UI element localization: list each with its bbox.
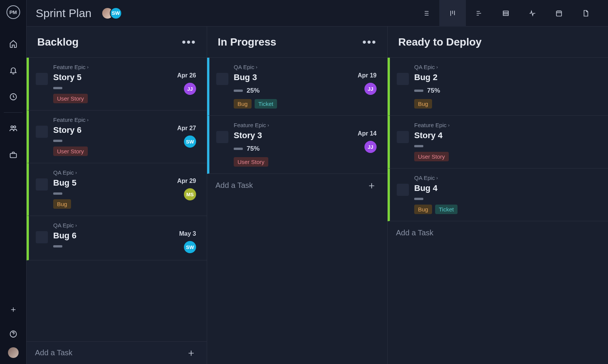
card-epic-link[interactable]: Feature Epic›: [234, 122, 341, 128]
card-title: Bug 2: [414, 72, 562, 82]
chevron-right-icon: ›: [75, 170, 77, 175]
card-checkbox[interactable]: [36, 178, 48, 191]
card-checkbox[interactable]: [36, 231, 48, 243]
card-checkbox[interactable]: [216, 131, 228, 143]
divider: [4, 112, 22, 113]
card-epic-link[interactable]: Feature Epic›: [53, 117, 160, 123]
current-user-avatar[interactable]: [8, 347, 19, 358]
help-icon[interactable]: [0, 321, 27, 347]
svg-rect-5: [503, 11, 508, 16]
assignee-avatar[interactable]: MS: [184, 188, 196, 200]
view-tab-pulse[interactable]: [519, 0, 546, 27]
task-card[interactable]: Feature Epic›Story 375%User StoryApr 14J…: [207, 116, 387, 174]
svg-rect-3: [10, 153, 16, 158]
plus-icon: ＋: [186, 346, 196, 359]
task-card[interactable]: QA Epic›Bug 6May 3SW: [27, 216, 207, 260]
card-checkbox[interactable]: [397, 131, 409, 143]
kanban-board: Backlog•••Feature Epic›Story 5User Story…: [27, 27, 608, 364]
task-card[interactable]: QA Epic›Bug 275%Bug: [388, 58, 608, 116]
card-epic-link[interactable]: QA Epic›: [414, 64, 562, 70]
card-title: Bug 6: [53, 231, 160, 241]
briefcase-icon[interactable]: [0, 142, 27, 168]
column-body: Feature Epic›Story 5User StoryApr 26JJFe…: [27, 58, 207, 341]
card-checkbox[interactable]: [397, 184, 409, 196]
view-tabs: [413, 0, 599, 27]
topbar: Sprint Plan SW: [27, 0, 608, 27]
column-title: Ready to Deploy: [398, 36, 481, 48]
card-epic-link[interactable]: QA Epic›: [53, 169, 160, 176]
card-epic-link[interactable]: Feature Epic›: [414, 122, 562, 128]
column-title: In Progress: [218, 36, 276, 48]
task-card[interactable]: Feature Epic›Story 4User Story: [388, 116, 608, 169]
members-stack[interactable]: SW: [101, 7, 122, 19]
plus-icon: ＋: [367, 179, 377, 192]
card-percent: 75%: [247, 145, 260, 153]
home-icon[interactable]: [0, 30, 27, 57]
tag[interactable]: User Story: [53, 94, 88, 103]
task-card[interactable]: QA Epic›Bug 325%BugTicketApr 19JJ: [207, 58, 387, 116]
tag[interactable]: Ticket: [435, 205, 458, 214]
tag[interactable]: Bug: [234, 99, 252, 109]
bell-icon[interactable]: [0, 57, 27, 84]
task-card[interactable]: QA Epic›Bug 4BugTicket: [388, 169, 608, 221]
view-tab-table[interactable]: [492, 0, 519, 27]
card-epic-link[interactable]: QA Epic›: [234, 64, 341, 70]
add-task-row[interactable]: Add a Task: [388, 221, 608, 244]
card-date: Apr 19: [358, 72, 377, 79]
card-checkbox[interactable]: [216, 73, 228, 85]
assignee-avatar[interactable]: JJ: [364, 83, 377, 95]
view-tab-calendar[interactable]: [546, 0, 572, 27]
people-icon[interactable]: [0, 115, 27, 142]
view-tab-doc[interactable]: [572, 0, 599, 27]
view-tab-board[interactable]: [439, 0, 466, 27]
card-checkbox[interactable]: [397, 73, 409, 85]
card-checkbox[interactable]: [36, 126, 48, 138]
tag[interactable]: User Story: [414, 152, 449, 161]
card-date: Apr 29: [177, 178, 196, 184]
card-epic-link[interactable]: Feature Epic›: [53, 64, 160, 70]
tag[interactable]: Bug: [414, 205, 432, 214]
column-menu-icon[interactable]: •••: [182, 36, 196, 48]
card-epic-link[interactable]: QA Epic›: [53, 222, 160, 228]
card-title: Bug 4: [414, 183, 562, 193]
chevron-right-icon: ›: [75, 223, 77, 228]
column-menu-icon[interactable]: •••: [362, 36, 377, 48]
card-title: Story 5: [53, 72, 160, 82]
left-nav-rail: PM ＋: [0, 0, 27, 364]
svg-point-2: [13, 126, 15, 128]
app-logo[interactable]: PM: [6, 5, 20, 19]
clock-icon[interactable]: [0, 84, 27, 110]
view-tab-gantt[interactable]: [466, 0, 492, 27]
card-percent: 75%: [427, 87, 440, 95]
task-card[interactable]: Feature Epic›Story 6User StoryApr 27SW: [27, 110, 207, 163]
card-date: Apr 14: [358, 130, 377, 137]
add-icon[interactable]: ＋: [0, 298, 27, 321]
task-card[interactable]: QA Epic›Bug 5BugApr 29MS: [27, 163, 207, 216]
chevron-right-icon: ›: [448, 123, 450, 128]
member-avatar[interactable]: SW: [110, 7, 122, 19]
assignee-avatar[interactable]: JJ: [184, 83, 196, 95]
progress-indicator: [53, 87, 62, 89]
add-task-row[interactable]: Add a Task＋: [27, 341, 207, 364]
svg-point-1: [11, 126, 13, 128]
assignee-avatar[interactable]: JJ: [364, 141, 377, 153]
progress-indicator: [414, 198, 423, 200]
add-task-row[interactable]: Add a Task＋: [207, 174, 387, 197]
tag[interactable]: Bug: [414, 99, 432, 109]
progress-indicator: [234, 90, 243, 92]
progress-indicator: [53, 192, 62, 195]
card-epic-link[interactable]: QA Epic›: [414, 175, 562, 181]
card-checkbox[interactable]: [36, 73, 48, 85]
view-tab-list[interactable]: [413, 0, 439, 27]
tag[interactable]: User Story: [234, 157, 268, 167]
card-percent: 25%: [247, 87, 260, 95]
tag[interactable]: Bug: [53, 199, 71, 209]
assignee-avatar[interactable]: SW: [184, 241, 196, 253]
assignee-avatar[interactable]: SW: [184, 136, 196, 148]
chevron-right-icon: ›: [436, 175, 438, 181]
tag[interactable]: User Story: [53, 147, 88, 156]
tag[interactable]: Ticket: [255, 99, 277, 109]
task-card[interactable]: Feature Epic›Story 5User StoryApr 26JJ: [27, 58, 207, 110]
column-inprogress: In Progress•••QA Epic›Bug 325%BugTicketA…: [207, 27, 388, 364]
column-body: QA Epic›Bug 325%BugTicketApr 19JJFeature…: [207, 58, 387, 364]
